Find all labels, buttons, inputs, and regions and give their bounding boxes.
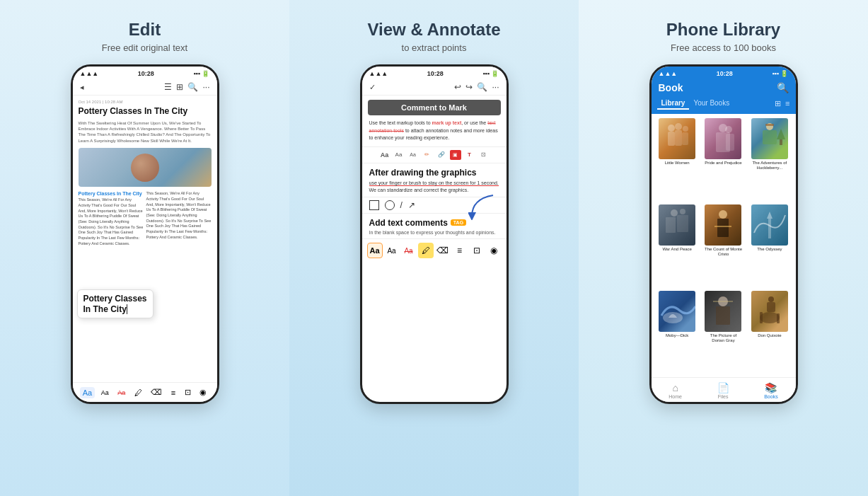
book-tabs: Library Your Books ⊞ ≡: [652, 98, 796, 114]
book-war-peace[interactable]: War And Peace: [656, 204, 699, 288]
svg-rect-11: [765, 124, 774, 126]
nav-files[interactable]: 📄 Files: [717, 382, 729, 399]
link-tool[interactable]: 🔗: [436, 150, 447, 160]
svg-rect-20: [717, 219, 729, 237]
book-quixote[interactable]: Don Quixote: [748, 291, 791, 374]
grid-icon[interactable]: ⊞: [176, 82, 183, 92]
link-btn[interactable]: ⊡: [469, 243, 485, 258]
battery-icons-3: ▪▪▪ 🔋: [772, 70, 788, 77]
font-btn-1[interactable]: Aa: [367, 243, 383, 258]
font-btn-2[interactable]: Aa: [384, 243, 400, 258]
nav-home[interactable]: ⌂ Home: [669, 382, 682, 399]
image-tool[interactable]: ⊡: [478, 150, 490, 160]
svg-rect-21: [714, 226, 731, 227]
redo-icon[interactable]: ↪: [465, 82, 473, 92]
cover-quixote: [751, 291, 788, 332]
grid-view-icon[interactable]: ⊞: [775, 99, 781, 108]
toolbar-annotate: ✓ ↩ ↪ 🔍 ···: [362, 79, 507, 96]
cover-monte: [705, 204, 741, 246]
book-huck[interactable]: The Adventures of Huckleberry...: [748, 118, 791, 202]
battery-icons-2: ▪▪▪ 🔋: [482, 70, 499, 77]
font-btn-strike[interactable]: Aa: [401, 243, 417, 258]
svg-marker-13: [777, 129, 785, 139]
book-odyssey[interactable]: The Odyssey: [748, 204, 791, 288]
tab-your-books[interactable]: Your Books: [689, 98, 734, 110]
book-little-women[interactable]: Little Women: [656, 118, 699, 202]
highlight-btn[interactable]: 🖊: [418, 243, 434, 258]
settings-btn[interactable]: ◉: [197, 386, 209, 398]
svg-rect-31: [760, 312, 763, 323]
col-left-body: This Season, We're All For Any Activity …: [79, 197, 144, 246]
svg-marker-22: [767, 212, 772, 219]
pen-draw-tool[interactable]: /: [400, 200, 403, 210]
text-tool[interactable]: T: [464, 150, 475, 160]
nav-home-label: Home: [669, 394, 682, 399]
font-size-2[interactable]: Aa: [393, 150, 405, 160]
format-icon[interactable]: ☰: [164, 82, 172, 92]
book-dorian[interactable]: The Picture of Dorian Gray: [702, 291, 745, 374]
svg-point-2: [683, 126, 688, 132]
add-comments-heading: Add text comments: [369, 218, 448, 228]
arrow-tool[interactable]: ↗: [408, 200, 415, 210]
svg-rect-18: [677, 215, 688, 232]
files-icon: 📄: [717, 382, 729, 393]
battery-icons-1: ▪▪▪ 🔋: [193, 70, 209, 77]
article-timestamp: Oct 14 2021 | 10:28 AM: [79, 100, 212, 104]
note-btn-2[interactable]: ≡: [452, 243, 468, 258]
title-monte: The Count of Monte Cristo: [703, 247, 743, 257]
font-aa1[interactable]: Aa: [80, 387, 95, 398]
status-bar-library: ▲▲▲ 10:28 ▪▪▪ 🔋: [652, 67, 796, 79]
font-aa-strike[interactable]: Aa: [115, 388, 128, 398]
title-war-peace: War And Peace: [662, 247, 691, 252]
panel-library: Phone Library Free access to 100 books ▲…: [579, 0, 868, 496]
check-icon[interactable]: ✓: [369, 83, 376, 92]
rect-tool[interactable]: [369, 200, 379, 210]
font-size-3[interactable]: Aa: [407, 150, 419, 160]
font-size-1[interactable]: Aa: [379, 150, 390, 160]
book-nav: ⌂ Home 📄 Files 📚 Books: [652, 377, 796, 402]
cover-pride: [705, 118, 741, 159]
tab-library[interactable]: Library: [657, 98, 690, 110]
target-btn[interactable]: ◉: [486, 243, 502, 258]
arrow-svg: [468, 192, 497, 220]
status-bar-edit: ▲▲▲ 10:28 ▪▪▪ 🔋: [73, 67, 217, 79]
status-time-3: 10:28: [717, 70, 733, 77]
highlight-pen[interactable]: 🖊: [132, 387, 145, 398]
comment-bar[interactable]: Comment to Mark: [368, 100, 501, 115]
nav-books[interactable]: 📚 Books: [764, 382, 777, 399]
share-btn[interactable]: ⊡: [182, 386, 194, 398]
search-icon-edit[interactable]: 🔍: [187, 82, 198, 92]
article-two-col: Pottery Classes In The City This Season,…: [79, 191, 212, 246]
search-icon-library[interactable]: 🔍: [777, 82, 789, 93]
search-icon-annotate[interactable]: 🔍: [477, 82, 487, 92]
panel-annotate: View & Annotate to extract points ▲▲▲ 10…: [289, 0, 579, 496]
books-icon: 📚: [765, 382, 777, 393]
book-monte[interactable]: The Count of Monte Cristo: [702, 204, 745, 288]
pen-tool[interactable]: ✏: [422, 150, 433, 160]
eraser-btn[interactable]: ⌫: [148, 386, 165, 398]
book-pride[interactable]: Pride and Prejudice: [702, 118, 745, 202]
back-icon[interactable]: ◂: [80, 83, 84, 92]
col-right: This Season, We're All For Any Activity …: [146, 191, 212, 246]
bottom-toolbar-edit: Aa Aa Aa 🖊 ⌫ ≡ ⊡ ◉: [73, 382, 217, 402]
note-btn[interactable]: ≡: [168, 387, 178, 398]
eraser-btn-2[interactable]: ⌫: [435, 243, 451, 258]
book-moby[interactable]: Moby—Dick: [656, 291, 699, 374]
font-aa2[interactable]: Aa: [98, 388, 112, 398]
signal-icons: ▲▲▲: [80, 70, 99, 77]
undo-icon[interactable]: ↩: [454, 82, 461, 92]
circle-tool[interactable]: [385, 200, 395, 210]
more-icon-annotate[interactable]: ···: [492, 82, 499, 92]
annotate-subtitle: to extract points: [402, 42, 467, 53]
phone-library: ▲▲▲ 10:28 ▪▪▪ 🔋 Book 🔍 Library Your Book…: [649, 64, 798, 404]
signal-icons-3: ▲▲▲: [659, 70, 678, 77]
edit-tooltip: Pottery ClassesIn The City: [77, 289, 154, 318]
annotate-toolbar: Aa Aa Aa ✏ 🔗 ▣ T ⊡: [362, 146, 507, 163]
text-cursor: [127, 304, 128, 314]
title-moby: Moby—Dick: [666, 333, 688, 338]
annotate-text-block: Use the text markup tools to mark up tex…: [362, 120, 507, 146]
svg-rect-32: [777, 313, 780, 323]
box-tool[interactable]: ▣: [450, 150, 461, 160]
list-view-icon[interactable]: ≡: [785, 99, 789, 108]
more-icon-edit[interactable]: ···: [202, 82, 209, 92]
